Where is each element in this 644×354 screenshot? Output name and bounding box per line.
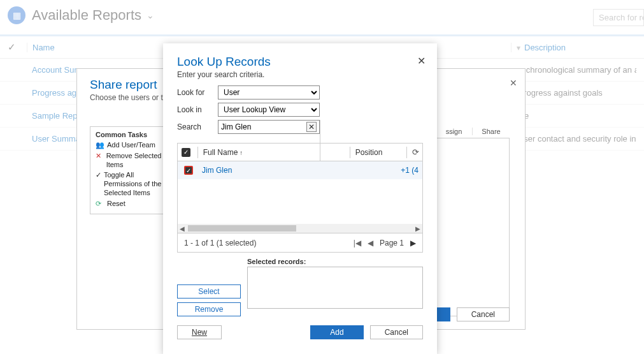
prev-page-icon[interactable]: ◀: [368, 239, 373, 247]
user-add-icon: 👥: [96, 141, 104, 150]
add-user-team[interactable]: 👥Add User/Team: [96, 141, 173, 150]
scroll-left-icon[interactable]: ◀: [178, 225, 187, 232]
clear-search-icon[interactable]: ✕: [306, 122, 317, 132]
close-icon[interactable]: ✕: [417, 55, 426, 67]
refresh-icon[interactable]: ⟳: [410, 147, 422, 157]
toggle-permissions[interactable]: ✓Toggle All Permissions of the Selected …: [96, 171, 173, 197]
close-icon[interactable]: ✕: [510, 78, 517, 88]
result-row[interactable]: ✓ Jim Glen +1 (4: [178, 161, 422, 179]
look-for-select[interactable]: User: [218, 85, 320, 100]
next-page-icon[interactable]: ▶: [410, 239, 416, 247]
reset[interactable]: ⟳Reset: [96, 200, 173, 209]
sort-asc-icon: ↑: [240, 149, 243, 156]
selected-records-label: Selected records:: [247, 258, 423, 265]
remove-icon: ✕: [96, 152, 104, 161]
cancel-button[interactable]: Cancel: [370, 325, 423, 339]
selected-records-box[interactable]: [247, 267, 423, 309]
cancel-button[interactable]: Cancel: [457, 307, 510, 321]
lookup-dialog: Look Up Records ✕ Enter your search crit…: [163, 43, 437, 354]
lookup-subtitle: Enter your search criteria.: [177, 70, 423, 79]
select-all-checkbox[interactable]: ✓: [182, 148, 190, 157]
first-page-icon[interactable]: |◀: [354, 239, 361, 247]
page-label: Page 1: [380, 239, 404, 247]
results-grid: ✓ Full Name↑ Position ⟳ ✓ Jim Glen +1 (4…: [177, 143, 423, 233]
look-in-select[interactable]: User Lookup View: [218, 103, 320, 117]
pager-status: 1 - 1 of 1 (1 selected): [184, 239, 256, 247]
look-in-label: Look in: [177, 105, 218, 114]
add-button[interactable]: Add: [310, 325, 363, 339]
column-position[interactable]: Position: [353, 148, 404, 157]
search-label: Search: [177, 122, 218, 131]
remove-button[interactable]: Remove: [177, 302, 241, 316]
look-for-label: Look for: [177, 88, 218, 97]
scroll-thumb[interactable]: [188, 225, 296, 232]
tasks-header: Common Tasks: [96, 131, 173, 138]
select-button[interactable]: Select: [177, 284, 241, 299]
pager: 1 - 1 of 1 (1 selected) |◀ ◀ Page 1 ▶: [177, 233, 423, 253]
scroll-right-icon[interactable]: ▶: [413, 225, 422, 232]
remove-selected[interactable]: ✕Remove Selected Items: [96, 152, 173, 170]
result-phone: +1 (4: [346, 166, 422, 175]
column-full-name[interactable]: Full Name↑: [201, 148, 347, 157]
check-icon: ✓: [96, 171, 101, 180]
reset-icon: ⟳: [96, 200, 104, 209]
share-columns: ssign Share: [436, 128, 510, 135]
search-input[interactable]: [221, 122, 304, 131]
lookup-title: Look Up Records: [177, 55, 423, 69]
share-list-box: [433, 138, 510, 316]
horizontal-scrollbar[interactable]: ◀ ▶: [178, 224, 422, 233]
result-name[interactable]: Jim Glen: [199, 166, 346, 175]
row-checkbox[interactable]: ✓: [184, 166, 193, 175]
new-button[interactable]: New: [177, 325, 222, 339]
